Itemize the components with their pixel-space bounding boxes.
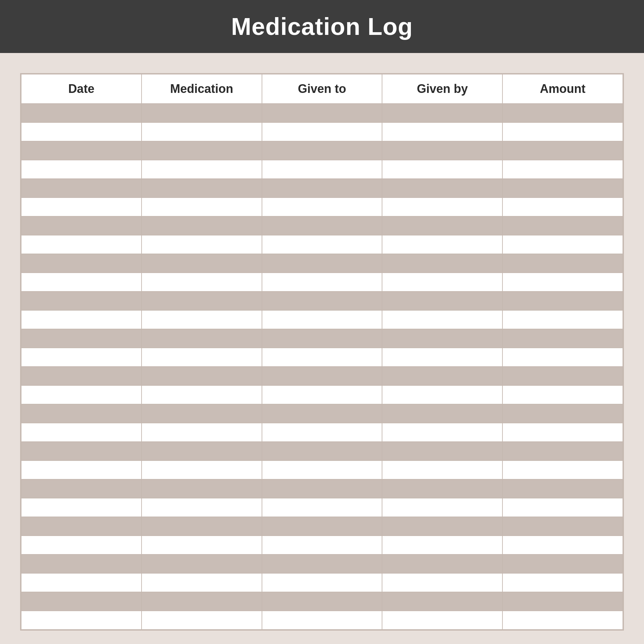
table-cell: [262, 141, 382, 160]
table-cell: [21, 273, 142, 291]
table-cell: [382, 273, 502, 291]
table-row: [21, 141, 623, 160]
table-cell: [142, 404, 262, 423]
table-cell: [21, 216, 142, 235]
table-cell: [142, 329, 262, 348]
table-cell: [142, 498, 262, 517]
table-row: [21, 273, 623, 291]
table-cell: [382, 536, 502, 554]
table-cell: [142, 104, 262, 122]
table-cell: [502, 592, 623, 611]
table-cell: [502, 179, 623, 198]
table-cell: [21, 254, 142, 273]
table-cell: [502, 141, 623, 160]
table-cell: [502, 348, 623, 367]
table-row: [21, 479, 623, 498]
table-row: [21, 442, 623, 461]
col-header-date: Date: [21, 74, 142, 104]
table-cell: [502, 461, 623, 479]
table-cell: [262, 461, 382, 479]
table-cell: [142, 273, 262, 291]
table-cell: [142, 291, 262, 310]
table-cell: [142, 198, 262, 216]
table-cell: [262, 536, 382, 554]
log-table-wrapper: Date Medication Given to Given by Amount: [20, 73, 624, 631]
table-row: [21, 291, 623, 310]
table-cell: [262, 122, 382, 141]
table-row: [21, 592, 623, 611]
table-row: [21, 254, 623, 273]
table-cell: [502, 442, 623, 461]
table-cell: [262, 160, 382, 179]
table-cell: [142, 348, 262, 367]
table-cell: [142, 122, 262, 141]
table-cell: [382, 122, 502, 141]
table-row: [21, 160, 623, 179]
table-cell: [142, 479, 262, 498]
table-cell: [262, 310, 382, 329]
table-cell: [21, 517, 142, 536]
table-cell: [142, 160, 262, 179]
table-row: [21, 498, 623, 517]
table-cell: [142, 235, 262, 254]
table-cell: [142, 442, 262, 461]
table-body: [21, 104, 623, 630]
medication-log-table: Date Medication Given to Given by Amount: [21, 74, 623, 630]
table-cell: [21, 385, 142, 404]
table-cell: [142, 573, 262, 592]
table-cell: [502, 498, 623, 517]
table-row: [21, 310, 623, 329]
table-cell: [382, 310, 502, 329]
table-cell: [502, 385, 623, 404]
table-cell: [21, 179, 142, 198]
table-cell: [142, 310, 262, 329]
table-cell: [382, 442, 502, 461]
page-title: Medication Log: [0, 13, 644, 40]
table-row: [21, 404, 623, 423]
table-cell: [382, 404, 502, 423]
table-cell: [21, 536, 142, 554]
table-row: [21, 122, 623, 141]
table-cell: [142, 611, 262, 630]
table-cell: [502, 273, 623, 291]
table-cell: [502, 198, 623, 216]
table-cell: [262, 423, 382, 442]
table-cell: [502, 104, 623, 122]
table-cell: [142, 141, 262, 160]
table-cell: [502, 573, 623, 592]
table-cell: [382, 329, 502, 348]
table-row: [21, 461, 623, 479]
table-cell: [262, 273, 382, 291]
table-cell: [382, 611, 502, 630]
table-cell: [502, 235, 623, 254]
table-cell: [21, 329, 142, 348]
table-cell: [21, 404, 142, 423]
table-cell: [382, 104, 502, 122]
table-cell: [262, 291, 382, 310]
table-cell: [262, 179, 382, 198]
main-content: Date Medication Given to Given by Amount: [0, 53, 644, 644]
table-cell: [21, 498, 142, 517]
table-cell: [21, 122, 142, 141]
col-header-medication: Medication: [142, 74, 262, 104]
table-cell: [142, 423, 262, 442]
table-cell: [502, 536, 623, 554]
table-cell: [382, 179, 502, 198]
table-cell: [262, 367, 382, 385]
table-cell: [21, 291, 142, 310]
table-cell: [142, 367, 262, 385]
table-cell: [382, 517, 502, 536]
table-cell: [382, 235, 502, 254]
table-row: [21, 611, 623, 630]
table-cell: [382, 554, 502, 573]
table-cell: [502, 423, 623, 442]
table-cell: [142, 592, 262, 611]
table-cell: [262, 498, 382, 517]
table-cell: [262, 329, 382, 348]
table-cell: [21, 554, 142, 573]
table-cell: [142, 536, 262, 554]
table-cell: [21, 423, 142, 442]
table-cell: [262, 348, 382, 367]
table-cell: [502, 160, 623, 179]
table-cell: [382, 291, 502, 310]
